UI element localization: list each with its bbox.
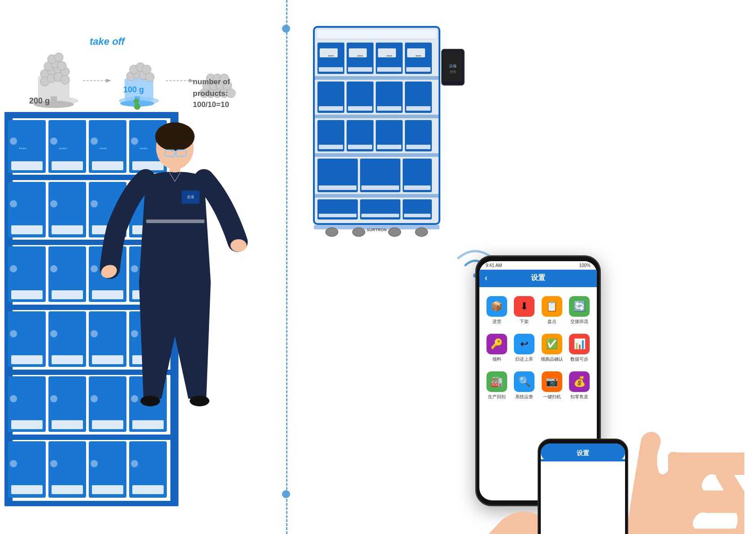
- grid-item-0[interactable]: 📦 进货: [483, 292, 511, 329]
- svg-text:企业: 企业: [187, 195, 194, 199]
- svg-point-17: [61, 75, 70, 84]
- svg-point-113: [10, 395, 17, 402]
- app-label-5: 归还上库: [515, 356, 533, 362]
- svg-rect-179: [319, 185, 356, 190]
- diagram-section: take off 200 g 100 g number of products:…: [13, 27, 265, 125]
- grid-item-4[interactable]: 🔑 领料: [483, 329, 511, 367]
- svg-rect-155: [377, 67, 401, 72]
- svg-rect-154: [348, 67, 372, 72]
- svg-rect-188: [404, 214, 430, 217]
- svg-rect-73: [11, 225, 43, 234]
- svg-rect-156: [406, 67, 430, 72]
- cabinet-section: SURTRON 設備 管理 •••• •••• •••• ••••: [305, 22, 462, 242]
- svg-point-190: [326, 228, 338, 237]
- grid-item-3[interactable]: 🔄 交接班流: [566, 292, 594, 329]
- app-icon-jiaojiebanliu: 🔄: [569, 296, 590, 317]
- svg-rect-85: [11, 290, 43, 299]
- svg-point-101: [10, 330, 17, 337]
- phone-battery: 100%: [579, 263, 591, 268]
- person-section: ▪▪▪▪ ▪▪▪▪ ▪▪▪▪ ▪▪▪▪: [0, 112, 305, 534]
- svg-point-11: [57, 61, 66, 70]
- app-label-3: 交接班流: [570, 319, 588, 325]
- svg-rect-121: [11, 485, 43, 494]
- svg-text:••••: ••••: [387, 54, 392, 58]
- app-icon-shuju: 📊: [569, 334, 590, 354]
- phone-time: 9:41 AM: [486, 263, 502, 268]
- products-count-label: number of products: 100/10=10: [193, 76, 265, 111]
- weight-100g-label: 100 g: [123, 85, 144, 95]
- svg-rect-153: [319, 67, 343, 72]
- svg-text:••••: ••••: [416, 54, 421, 58]
- divider-dot-top: [282, 25, 290, 33]
- svg-point-89: [10, 265, 17, 272]
- svg-text:管理: 管理: [450, 70, 456, 73]
- app-icon-jinghuo: 📦: [487, 296, 507, 317]
- phone-header: ‹ 设置: [479, 270, 597, 287]
- app-label-7: 数据可步: [570, 356, 588, 362]
- svg-point-126: [50, 460, 57, 467]
- svg-rect-172: [348, 145, 372, 149]
- svg-rect-147: [316, 29, 437, 39]
- svg-rect-171: [319, 145, 343, 149]
- svg-rect-163: [348, 106, 372, 111]
- svg-rect-181: [404, 185, 430, 190]
- svg-point-90: [50, 265, 57, 272]
- svg-text:▪▪▪▪: ▪▪▪▪: [59, 145, 66, 151]
- svg-rect-173: [377, 145, 401, 149]
- svg-point-77: [10, 200, 17, 207]
- app-icon-lingpao: ✅: [542, 334, 562, 354]
- svg-text:SURTRON: SURTRON: [367, 228, 387, 232]
- svg-rect-175: [314, 153, 439, 157]
- svg-point-30: [134, 103, 140, 110]
- svg-point-134: [155, 122, 195, 151]
- svg-point-78: [50, 200, 57, 207]
- svg-point-192: [388, 228, 401, 237]
- svg-rect-97: [11, 355, 43, 364]
- svg-text:▪▪▪▪: ▪▪▪▪: [18, 145, 26, 151]
- svg-point-29: [142, 65, 151, 74]
- svg-point-114: [50, 395, 57, 402]
- phone-wifi-section: 9:41 AM 100% ‹ 设置 📦 进货 ⬇ 下架 �: [430, 242, 744, 529]
- svg-point-13: [54, 53, 63, 62]
- grid-item-5[interactable]: ↩ 归还上库: [511, 329, 539, 367]
- app-label-0: 进货: [492, 319, 501, 325]
- green-indicator-dot: [134, 99, 139, 104]
- svg-rect-165: [406, 106, 430, 111]
- app-icon-guihuan: ↩: [514, 334, 534, 354]
- svg-rect-166: [314, 115, 439, 118]
- svg-rect-143: [146, 220, 204, 223]
- take-off-label: take off: [90, 36, 125, 47]
- svg-point-193: [415, 228, 428, 237]
- svg-rect-164: [377, 106, 401, 111]
- back-arrow-icon[interactable]: ‹: [485, 273, 487, 283]
- app-icon-liao: 🔑: [487, 334, 507, 354]
- svg-rect-57: [11, 161, 43, 170]
- svg-point-142: [190, 396, 209, 406]
- svg-point-62: [50, 138, 57, 145]
- svg-point-61: [10, 138, 17, 145]
- grid-item-7[interactable]: 📊 数据可步: [566, 329, 594, 367]
- svg-rect-187: [361, 214, 399, 217]
- svg-rect-109: [11, 420, 43, 429]
- app-label-4: 领料: [492, 356, 501, 362]
- svg-rect-162: [319, 106, 343, 111]
- svg-rect-182: [314, 194, 439, 198]
- grid-item-1[interactable]: ⬇ 下架: [511, 292, 539, 329]
- svg-text:設備: 設備: [449, 64, 456, 68]
- grid-item-2[interactable]: 📋 盘点: [538, 292, 566, 329]
- svg-point-136: [230, 239, 247, 252]
- svg-point-141: [140, 396, 160, 406]
- svg-rect-157: [314, 76, 439, 80]
- svg-point-102: [50, 330, 57, 337]
- grid-item-6[interactable]: ✅ 领跑品确认: [538, 329, 566, 367]
- phone-header-title: 设置: [531, 273, 545, 283]
- svg-rect-210: [541, 459, 625, 461]
- svg-point-125: [10, 460, 17, 467]
- app-label-2: 盘点: [547, 319, 556, 325]
- svg-rect-180: [361, 185, 399, 190]
- svg-text:••••: ••••: [328, 54, 334, 58]
- phone-status-bar: 9:41 AM 100%: [479, 261, 597, 270]
- svg-rect-174: [406, 145, 430, 149]
- app-icon-xiajia: ⬇: [514, 296, 534, 317]
- app-label-6: 领跑品确认: [541, 356, 563, 362]
